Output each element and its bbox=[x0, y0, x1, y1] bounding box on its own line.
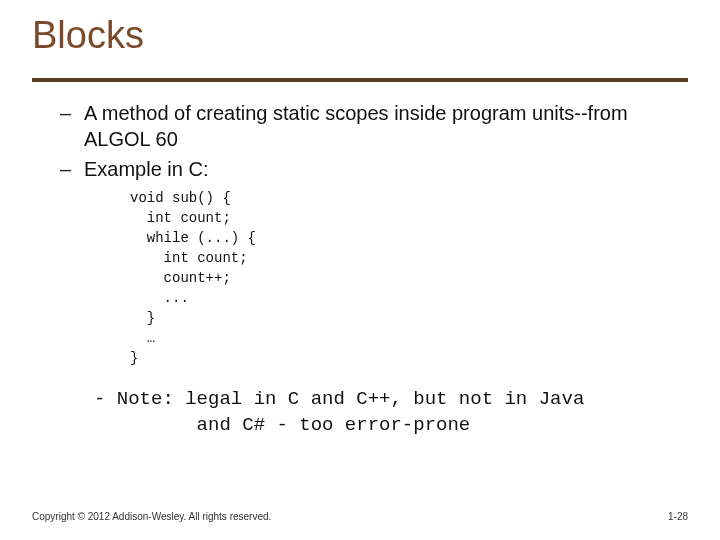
bullet-dash-icon: – bbox=[60, 156, 84, 182]
bullet-item: – A method of creating static scopes ins… bbox=[60, 100, 670, 152]
bullet-dash-icon: – bbox=[60, 100, 84, 126]
bullet-text: Example in C: bbox=[84, 156, 209, 182]
slide: Blocks – A method of creating static sco… bbox=[0, 0, 720, 540]
bullet-text: A method of creating static scopes insid… bbox=[84, 100, 670, 152]
copyright-text: Copyright © 2012 Addison-Wesley. All rig… bbox=[32, 511, 271, 522]
code-block: void sub() { int count; while (...) { in… bbox=[130, 188, 670, 368]
slide-body: – A method of creating static scopes ins… bbox=[60, 100, 670, 438]
page-number: 1-28 bbox=[668, 511, 688, 522]
slide-title: Blocks bbox=[32, 14, 144, 57]
horizontal-rule bbox=[32, 78, 688, 82]
note-text: - Note: legal in C and C++, but not in J… bbox=[94, 386, 670, 438]
bullet-item: – Example in C: bbox=[60, 156, 670, 182]
